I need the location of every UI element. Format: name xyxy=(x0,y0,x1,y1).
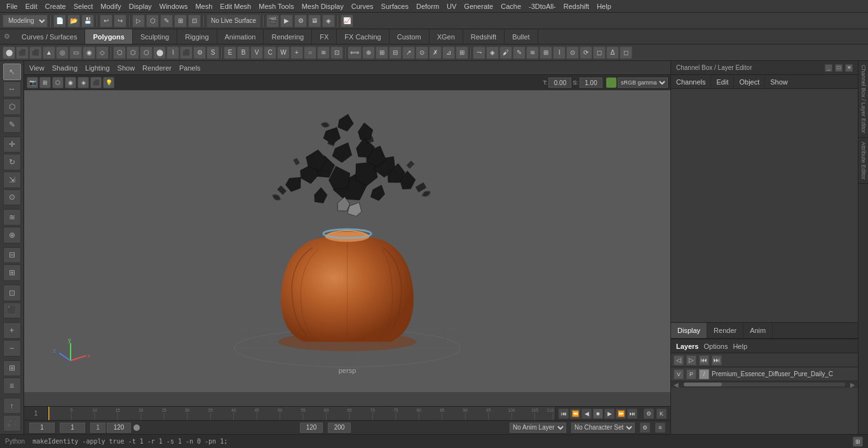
mirror-btn[interactable]: ⟺ xyxy=(348,46,362,59)
cylinder-btn[interactable]: ⬛ xyxy=(29,46,42,59)
layer-color-btn[interactable]: / xyxy=(699,369,709,379)
panel-close-btn[interactable]: ✕ xyxy=(845,64,853,72)
tab-show[interactable]: Show xyxy=(765,75,793,88)
layer-p-btn[interactable]: P xyxy=(686,369,696,379)
layout-btn[interactable]: ⊡ xyxy=(3,285,21,301)
tab-animation[interactable]: Animation xyxy=(217,29,264,44)
panel-minimize-btn[interactable]: _ xyxy=(825,64,832,72)
step-back-btn[interactable]: ⏪ xyxy=(570,409,580,419)
tab-custom[interactable]: Custom xyxy=(390,29,430,44)
scroll-thumb[interactable] xyxy=(684,383,722,386)
scale-tool-btn[interactable]: ⇲ xyxy=(3,172,21,188)
step-fwd-btn[interactable]: ⏩ xyxy=(616,409,626,419)
vp-menu-panels[interactable]: Panels xyxy=(179,64,201,72)
delta-mush-btn[interactable]: Δ xyxy=(606,46,619,59)
layer-fwd-arrow-btn[interactable]: ▷ xyxy=(686,355,696,365)
separate-btn[interactable]: ⊟ xyxy=(389,46,402,59)
vp-wire-btn[interactable]: ⬡ xyxy=(52,77,64,88)
cleanup-btn[interactable]: ✗ xyxy=(429,46,442,59)
menu-cache[interactable]: Cache xyxy=(497,1,525,11)
render-settings-btn[interactable]: ⚙ xyxy=(294,15,307,27)
snap-curve-btn[interactable]: ⊞ xyxy=(3,264,21,281)
bridge-btn[interactable]: B xyxy=(237,46,250,59)
side-tab-channel-box[interactable]: Channel Box / Layer Editor xyxy=(858,61,868,138)
scale-field[interactable] xyxy=(580,78,602,88)
remesh-btn[interactable]: ⊞ xyxy=(456,46,468,59)
tab-settings-btn[interactable]: ⚙ xyxy=(0,29,14,44)
playback-start-field[interactable] xyxy=(300,423,323,433)
plus-btn[interactable]: + xyxy=(3,322,21,339)
proximity-wrap-btn[interactable]: ◻ xyxy=(620,46,632,59)
scroll-left-btn[interactable]: ◀ xyxy=(671,379,681,390)
skip-end-btn[interactable]: ⏭ xyxy=(627,409,637,419)
frame-start-field[interactable] xyxy=(60,423,85,433)
layer-v-btn[interactable]: V xyxy=(674,369,684,379)
boolean-btn[interactable]: ⊕ xyxy=(362,46,375,59)
tab-sculpting[interactable]: Sculpting xyxy=(133,29,177,44)
menu-surfaces[interactable]: Surfaces xyxy=(377,1,412,11)
tab-rigging[interactable]: Rigging xyxy=(177,29,217,44)
soft-select-btn[interactable]: ≋ xyxy=(3,209,21,226)
show-manip-btn[interactable]: ⊕ xyxy=(3,227,21,243)
undo-btn[interactable]: ↩ xyxy=(100,15,112,27)
camera-btn[interactable]: 🎥 xyxy=(3,415,21,431)
tab-anim[interactable]: Anim xyxy=(743,323,773,338)
tab-edit[interactable]: Edit xyxy=(711,75,734,88)
extrude-btn[interactable]: E xyxy=(224,46,236,59)
menu-edit-mesh[interactable]: Edit Mesh xyxy=(216,1,255,11)
color-swatch[interactable] xyxy=(606,78,616,88)
play-back-btn[interactable]: ◀ xyxy=(581,409,592,419)
play-fwd-btn[interactable]: ▶ xyxy=(604,409,614,419)
workspace-selector[interactable]: Modeling xyxy=(3,15,48,27)
layer-add-arrow-btn[interactable]: ◁ xyxy=(674,355,684,365)
menu-edit[interactable]: Edit xyxy=(22,1,41,11)
render-view-btn[interactable]: 🖥 xyxy=(308,15,321,27)
vp-menu-renderer[interactable]: Renderer xyxy=(142,64,172,72)
svg-btn[interactable]: S xyxy=(207,46,219,59)
lasso-select-btn[interactable]: ⬡ xyxy=(146,15,159,27)
timeline-track[interactable]: 5 10 15 20 25 30 35 xyxy=(48,407,555,420)
translate-field[interactable] xyxy=(548,78,571,88)
scroll-right-btn[interactable]: ▶ xyxy=(848,379,858,390)
layer-next-btn[interactable]: ⏭ xyxy=(712,355,722,365)
tab-render[interactable]: Render xyxy=(707,323,743,338)
playback-end-field[interactable] xyxy=(328,423,351,433)
status-icon[interactable]: ⊞ xyxy=(853,437,863,447)
tab-options[interactable]: Options xyxy=(703,343,728,350)
tab-bullet[interactable]: Bullet xyxy=(505,29,538,44)
scene-container[interactable]: x y z persp xyxy=(24,90,670,392)
menu-windows[interactable]: Windows xyxy=(156,1,192,11)
tab-xgen[interactable]: XGen xyxy=(430,29,463,44)
menu-uv[interactable]: UV xyxy=(443,1,460,11)
gear-shape-btn[interactable]: ⚙ xyxy=(193,46,206,59)
select-tool-btn[interactable]: ↖ xyxy=(3,64,21,80)
wedge-btn[interactable]: W xyxy=(277,46,290,59)
side-tab-attribute-editor[interactable]: Attribute Editor xyxy=(858,138,868,184)
menu-select[interactable]: Select xyxy=(70,1,97,11)
smooth-btn[interactable]: ≋ xyxy=(317,46,330,59)
char-set-select[interactable]: No Character Set xyxy=(571,423,635,433)
move-tool-btn[interactable]: ✛ xyxy=(3,137,21,153)
vp-shaded-btn[interactable]: ◉ xyxy=(65,77,76,88)
extract-btn[interactable]: ↗ xyxy=(402,46,415,59)
graph-btn[interactable]: ⊞ xyxy=(3,360,21,377)
anim-layer-select[interactable]: No Anim Layer xyxy=(510,423,566,433)
tab-rendering[interactable]: Rendering xyxy=(264,29,312,44)
wire-btn[interactable]: ⌇ xyxy=(553,46,566,59)
vp-tex-btn[interactable]: ⬛ xyxy=(90,77,102,88)
tab-channels[interactable]: Channels xyxy=(671,75,711,88)
tab-curves-surfaces[interactable]: Curves / Surfaces xyxy=(14,29,85,44)
torus-btn[interactable]: ◎ xyxy=(56,46,69,59)
vp-cam-btn[interactable]: 📷 xyxy=(27,77,38,88)
menu-create[interactable]: Create xyxy=(41,1,70,11)
vp-menu-shading[interactable]: Shading xyxy=(52,64,78,72)
paint-sel-btn[interactable]: ✎ xyxy=(3,116,21,133)
arrow-up-btn[interactable]: ↑ xyxy=(3,398,21,414)
scroll-track[interactable] xyxy=(684,383,845,386)
tab-fx-caching[interactable]: FX Caching xyxy=(337,29,389,44)
transfer-btn[interactable]: ⤳ xyxy=(473,46,485,59)
menu-mesh-tools[interactable]: Mesh Tools xyxy=(255,1,297,11)
menu-modify[interactable]: Modify xyxy=(97,1,125,11)
pipe-btn[interactable]: ⬛ xyxy=(180,46,193,59)
vp-lights-btn[interactable]: 💡 xyxy=(103,77,114,88)
